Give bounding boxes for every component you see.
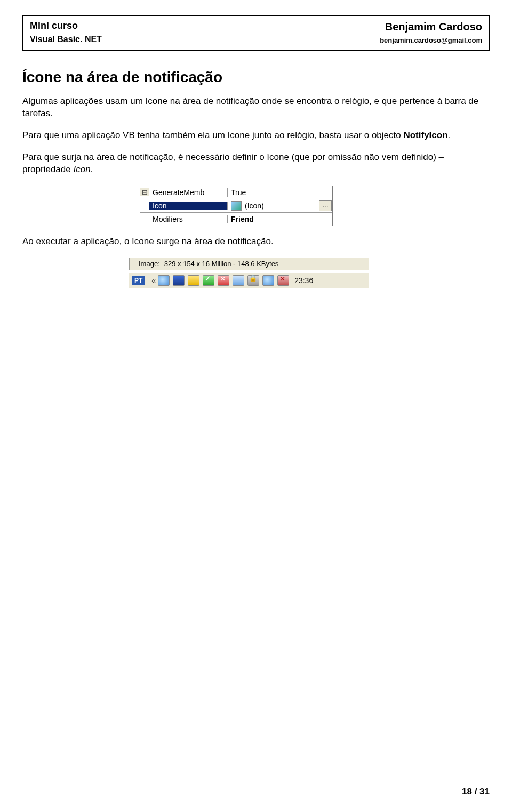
paragraph-4: Ao executar a aplicação, o ícone surge n… [22, 236, 490, 248]
app-notify-icon[interactable] [262, 275, 274, 286]
paragraph-3-tail: . [91, 164, 93, 174]
taskbar-divider [148, 276, 148, 285]
property-value[interactable]: True [228, 188, 332, 197]
property-row-modifiers[interactable]: Modifiers Friend [140, 213, 332, 226]
taskbar-clock[interactable]: 23:36 [294, 276, 313, 285]
lock-icon[interactable] [247, 275, 259, 286]
icon-value-text: (Icon) [245, 202, 264, 210]
header-left: Mini curso Visual Basic. NET [30, 20, 102, 44]
device-icon[interactable] [173, 275, 185, 286]
paragraph-2-tail: . [448, 130, 451, 140]
property-row-generatememb[interactable]: ⊟ GenerateMemb True [140, 186, 332, 199]
error-icon[interactable] [218, 275, 229, 286]
browse-button[interactable]: … [319, 200, 332, 211]
header-right: Benjamim Cardoso benjamim.cardoso@gmail.… [380, 21, 482, 44]
header-course-subtitle: Visual Basic. NET [30, 35, 102, 44]
property-name: Icon [149, 202, 228, 210]
property-row-icon[interactable]: Icon (Icon) … [140, 199, 332, 213]
language-indicator[interactable]: PT [132, 276, 145, 285]
check-icon[interactable] [203, 275, 214, 286]
header-email: benjamim.cardoso@gmail.com [380, 36, 482, 44]
globe-icon[interactable] [158, 275, 170, 286]
status-bar: Image: 329 x 154 x 16 Million - 148.6 KB… [129, 258, 369, 270]
property-name: GenerateMemb [149, 188, 228, 197]
icon-property-term: Icon [73, 164, 90, 174]
statusbar-grip-icon [134, 260, 134, 268]
statusbar-text: 329 x 154 x 16 Million - 148.6 KBytes [164, 260, 279, 268]
expand-icon[interactable]: ⊟ [140, 188, 149, 196]
page-number: 18 / 31 [462, 786, 490, 797]
property-grid: ⊟ GenerateMemb True Icon (Icon) … Modifi… [140, 186, 333, 226]
property-value[interactable]: (Icon) … [228, 200, 332, 211]
header-author: Benjamim Cardoso [380, 21, 482, 33]
icon-preview-icon [231, 201, 242, 211]
paragraph-1: Algumas aplicações usam um ícone na área… [22, 95, 490, 120]
header-course-title: Mini curso [30, 20, 102, 31]
network-icon[interactable] [233, 275, 244, 286]
property-name: Modifiers [149, 215, 228, 223]
page-header: Mini curso Visual Basic. NET Benjamim Ca… [22, 15, 490, 51]
wireless-off-icon[interactable] [277, 275, 289, 286]
property-value[interactable]: Friend [228, 215, 332, 223]
paragraph-2: Para que uma aplicação VB tenha também e… [22, 130, 490, 142]
taskbar-screenshot: Image: 329 x 154 x 16 Million - 148.6 KB… [129, 258, 369, 288]
paragraph-2-text: Para que uma aplicação VB tenha também e… [22, 130, 403, 140]
tray-expand-icon[interactable]: « [151, 276, 155, 285]
windows-taskbar: PT « 23:36 [129, 272, 369, 288]
shield-icon[interactable] [188, 275, 199, 286]
section-title: Ícone na área de notificação [22, 69, 490, 86]
statusbar-label: Image: [139, 260, 160, 268]
notifyicon-term: NotifyIcon [403, 130, 447, 140]
paragraph-3: Para que surja na área de notificação, é… [22, 151, 490, 176]
